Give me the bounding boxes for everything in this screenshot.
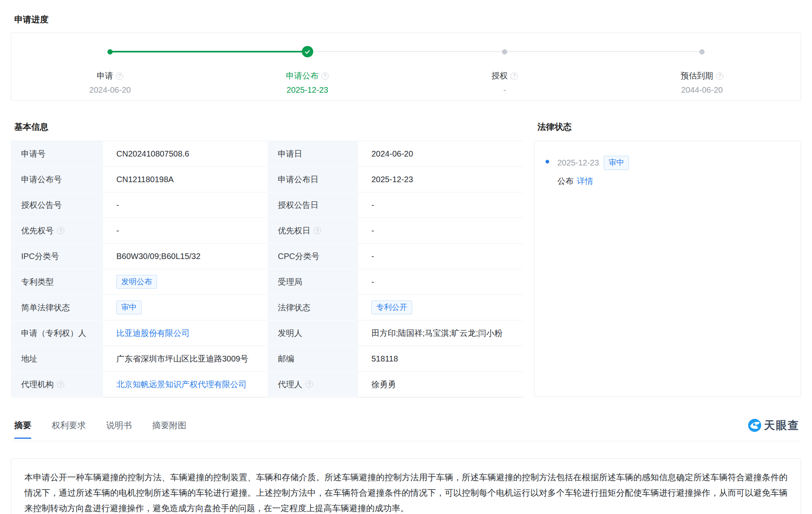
info-value-cell: - xyxy=(358,192,523,218)
basic-info-table: 申请号CN202410807508.6申请日2024-06-20申请公布号CN1… xyxy=(11,141,523,398)
info-value-cell: 田方印;陆国祥;马宝淇;旷云龙;闫小粉 xyxy=(358,320,523,346)
basic-info-title: 基本信息 xyxy=(14,121,523,133)
timeline-dot-icon xyxy=(502,49,507,54)
tab-说明书[interactable]: 说明书 xyxy=(106,420,132,431)
info-label-text: 法律状态 xyxy=(278,302,310,313)
legal-status-title: 法律状态 xyxy=(537,121,801,133)
info-value-text: - xyxy=(371,200,374,210)
info-value-text: 徐勇勇 xyxy=(371,379,396,390)
info-value-cell: 比亚迪股份有限公司 xyxy=(103,320,268,346)
info-label-cell: 优先权日? xyxy=(268,218,358,244)
info-label-cell: 申请（专利权）人 xyxy=(11,320,103,346)
progress-step-4: 预估到期?2044-06-20 xyxy=(603,33,801,100)
legal-status-column: 法律状态 2025-12-23审中公布详情 xyxy=(534,121,801,398)
info-value-text: 518118 xyxy=(371,354,398,364)
info-value-text: 广东省深圳市坪山区比亚迪路3009号 xyxy=(116,353,249,364)
info-value-cell: 2024-06-20 xyxy=(358,141,523,167)
help-icon[interactable]: ? xyxy=(314,227,321,234)
tab-摘要附图[interactable]: 摘要附图 xyxy=(152,420,186,431)
info-value-cell: - xyxy=(103,218,268,244)
abstract-panel: 本申请公开一种车辆避撞的控制方法、车辆避撞的控制装置、车辆和存储介质。所述车辆避… xyxy=(11,458,801,514)
step-label-row: 申请公布? xyxy=(286,70,329,81)
info-label-text: 申请（专利权）人 xyxy=(21,328,86,339)
info-label-cell: 申请日 xyxy=(268,141,358,167)
status-tag-badge: 发明公布 xyxy=(116,275,157,289)
step-label: 预估到期 xyxy=(681,70,713,81)
info-label-text: 申请公布号 xyxy=(21,174,62,185)
document-tabs: 摘要权利要求说明书摘要附图 天眼查 xyxy=(11,418,801,441)
status-tag-badge: 审中 xyxy=(116,301,142,315)
tab-摘要[interactable]: 摘要 xyxy=(14,420,31,431)
info-label-cell: 授权公告号 xyxy=(11,192,103,218)
progress-panel: 申请?2024-06-20申请公布?2025-12-23授权?-预估到期?204… xyxy=(11,33,801,101)
info-label-cell: 代理人? xyxy=(268,372,358,397)
legal-status-entry: 2025-12-23审中公布详情 xyxy=(546,156,792,187)
info-value-text: 田方印;陆国祥;马宝淇;旷云龙;闫小粉 xyxy=(371,328,502,339)
timeline-dot-icon xyxy=(699,49,705,54)
info-label-text: 简单法律状态 xyxy=(21,302,70,313)
legal-detail-link[interactable]: 详情 xyxy=(577,176,593,185)
step-label: 授权 xyxy=(491,70,508,81)
info-value-cell: 发明公布 xyxy=(103,269,268,295)
info-value-text: - xyxy=(371,252,374,261)
tab-权利要求[interactable]: 权利要求 xyxy=(52,420,86,431)
info-label-text: 申请号 xyxy=(21,148,46,159)
legal-status-panel: 2025-12-23审中公布详情 xyxy=(534,141,801,397)
info-label-cell: 优先权号? xyxy=(11,218,103,244)
help-icon[interactable]: ? xyxy=(716,72,723,80)
info-value-text: - xyxy=(116,200,119,210)
info-value-cell: 518118 xyxy=(358,346,523,372)
status-tag-badge: 专利公开 xyxy=(371,301,412,315)
info-label-cell: 申请公布号 xyxy=(11,167,103,192)
progress-step-1: 申请?2024-06-20 xyxy=(11,33,209,100)
info-value-cell: CN202410807508.6 xyxy=(103,141,268,167)
active-tab-underline xyxy=(14,438,31,439)
info-label-text: 授权公告号 xyxy=(21,200,62,211)
help-icon[interactable]: ? xyxy=(57,227,64,234)
info-value-cell: 专利公开 xyxy=(358,295,523,320)
info-value-text: 2024-06-20 xyxy=(371,149,413,159)
help-icon[interactable]: ? xyxy=(306,381,313,388)
info-label-text: 发明人 xyxy=(278,328,302,339)
progress-timeline: 申请?2024-06-20申请公布?2025-12-23授权?-预估到期?204… xyxy=(11,33,801,100)
info-value-cell: B60W30/09;B60L15/32 xyxy=(103,244,268,269)
help-icon[interactable]: ? xyxy=(511,72,518,80)
info-label-cell: 申请号 xyxy=(11,141,103,167)
step-date: 2024-06-20 xyxy=(89,85,131,95)
info-label-cell: IPC分类号 xyxy=(11,244,103,269)
entity-link[interactable]: 北京知帆远景知识产权代理有限公司 xyxy=(116,379,247,390)
patent-detail-page: 申请进度 申请?2024-06-20申请公布?2025-12-23授权?-预估到… xyxy=(0,0,812,514)
info-value-cell: 2025-12-23 xyxy=(358,167,523,192)
legal-status-date: 2025-12-23 xyxy=(557,158,599,168)
abstract-text: 本申请公开一种车辆避撞的控制方法、车辆避撞的控制装置、车辆和存储介质。所述车辆避… xyxy=(24,470,788,514)
info-value-cell: - xyxy=(103,192,268,218)
help-icon[interactable]: ? xyxy=(57,381,64,388)
progress-step-3: 授权?- xyxy=(406,33,603,100)
timeline-steps: 申请?2024-06-20申请公布?2025-12-23授权?-预估到期?204… xyxy=(11,33,801,100)
entity-link[interactable]: 比亚迪股份有限公司 xyxy=(116,328,190,339)
info-value-cell: 审中 xyxy=(103,295,268,320)
step-label: 申请公布 xyxy=(286,70,319,81)
info-label-cell: 申请公布日 xyxy=(268,167,358,192)
info-value-cell: 广东省深圳市坪山区比亚迪路3009号 xyxy=(103,346,268,372)
info-section: 基本信息 申请号CN202410807508.6申请日2024-06-20申请公… xyxy=(11,121,801,398)
info-label-cell: 授权公告日 xyxy=(268,192,358,218)
step-date: 2044-06-20 xyxy=(681,85,723,95)
step-label-row: 申请? xyxy=(97,70,123,81)
brand-logo[interactable]: 天眼查 xyxy=(748,418,799,433)
info-value-cell: - xyxy=(358,218,523,244)
progress-step-2: 申请公布?2025-12-23 xyxy=(209,33,406,100)
tabs-list: 摘要权利要求说明书摘要附图 xyxy=(14,420,207,431)
info-label-cell: 地址 xyxy=(11,346,103,372)
step-date: 2025-12-23 xyxy=(286,85,328,95)
info-label-text: 优先权日 xyxy=(278,225,310,236)
bullet-dot-icon xyxy=(546,160,549,163)
info-label-cell: 受理局 xyxy=(268,269,358,295)
help-icon[interactable]: ? xyxy=(321,72,329,80)
info-value-text: - xyxy=(116,226,119,235)
help-icon[interactable]: ? xyxy=(116,72,123,80)
info-label-text: 申请公布日 xyxy=(278,174,319,185)
info-label-cell: 法律状态 xyxy=(268,295,358,320)
info-label-text: 代理机构 xyxy=(21,379,54,390)
info-label-cell: 邮编 xyxy=(268,346,358,372)
